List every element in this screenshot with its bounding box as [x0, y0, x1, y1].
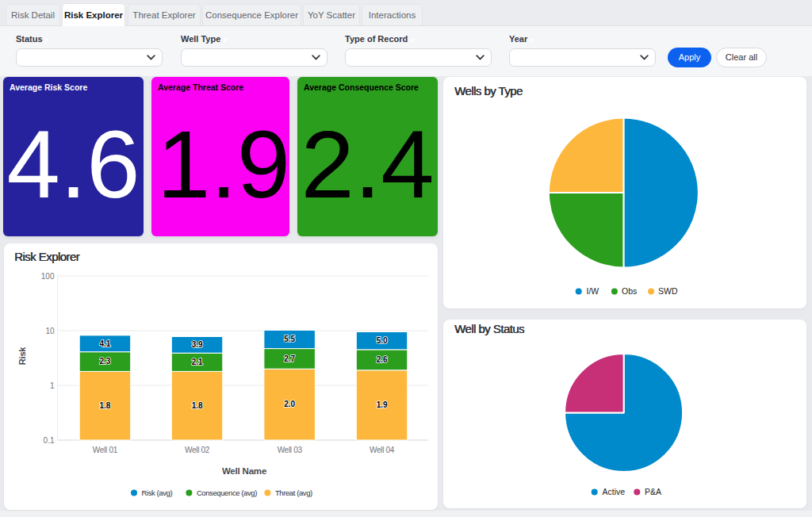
- svg-text:5.5: 5.5: [284, 335, 295, 343]
- svg-text:P&A: P&A: [645, 487, 661, 496]
- svg-text:1.8: 1.8: [99, 401, 110, 410]
- svg-text:Well 02: Well 02: [185, 446, 210, 454]
- svg-text:3.9: 3.9: [192, 340, 203, 349]
- svg-text:2.3: 2.3: [99, 357, 110, 366]
- svg-text:0.1: 0.1: [44, 436, 55, 445]
- svg-text:4.1: 4.1: [99, 339, 110, 348]
- svg-text:I/W: I/W: [587, 286, 599, 296]
- svg-text:1.9: 1.9: [377, 400, 388, 409]
- svg-text:1: 1: [50, 381, 55, 390]
- svg-text:2.1: 2.1: [192, 358, 203, 366]
- svg-text:Threat (avg): Threat (avg): [275, 488, 312, 497]
- svg-text:2.0: 2.0: [284, 400, 295, 408]
- svg-text:Risk: Risk: [17, 347, 27, 366]
- svg-text:Well 03: Well 03: [278, 446, 303, 454]
- svg-text:Risk (avg): Risk (avg): [142, 488, 173, 497]
- svg-text:Active: Active: [603, 487, 626, 496]
- svg-text:Obs: Obs: [622, 286, 637, 296]
- svg-text:Consequence (avg): Consequence (avg): [197, 488, 257, 497]
- svg-text:Well 01: Well 01: [93, 446, 118, 454]
- svg-text:SWD: SWD: [658, 286, 678, 296]
- svg-text:Well 04: Well 04: [370, 446, 395, 454]
- svg-text:Well Name: Well Name: [222, 466, 266, 476]
- svg-text:2.6: 2.6: [377, 355, 388, 364]
- svg-text:5.0: 5.0: [377, 336, 388, 345]
- svg-text:1.8: 1.8: [192, 401, 203, 410]
- svg-text:10: 10: [45, 327, 55, 335]
- svg-text:2.7: 2.7: [284, 354, 295, 363]
- svg-text:100: 100: [41, 272, 55, 281]
